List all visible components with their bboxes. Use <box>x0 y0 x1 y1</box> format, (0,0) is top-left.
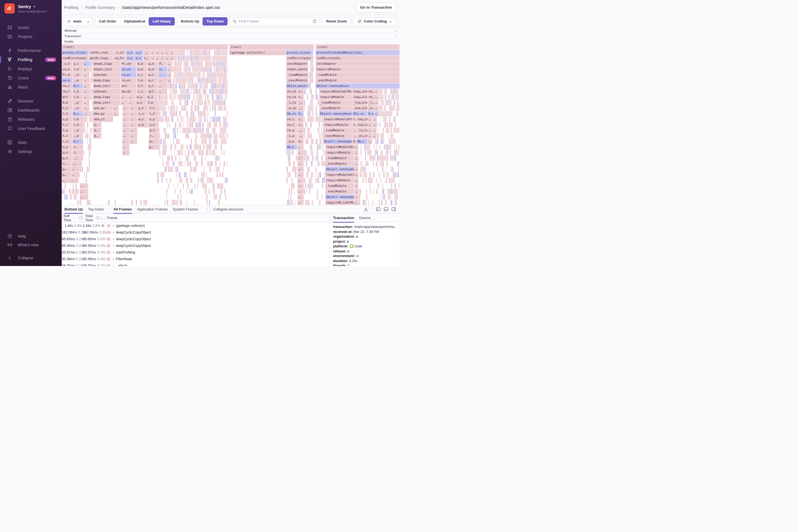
flame-frame-cell[interactable]: … <box>298 172 304 177</box>
flame-strips[interactable] <box>160 139 227 144</box>
flame-frame-cell[interactable]: j…r <box>73 61 83 66</box>
details-tab-device[interactable]: Device <box>359 213 371 223</box>
flame-strips[interactable] <box>83 122 93 128</box>
flame-frame-cell[interactable]: … <box>83 61 90 66</box>
flame-strips[interactable] <box>379 89 399 94</box>
frame-cell[interactable]: ›deepCyclicCopyObject <box>105 237 330 241</box>
flame-strips[interactable] <box>90 83 93 89</box>
flame-strips[interactable] <box>313 50 314 55</box>
flame-frame-cell[interactable]: r… <box>298 117 304 122</box>
flame-frame-cell[interactable]: re…ck <box>286 94 297 100</box>
flame-strips[interactable] <box>304 189 314 194</box>
flame-frame-cell[interactable]: … <box>130 139 137 144</box>
flame-strips[interactable] <box>83 155 93 161</box>
flame-strips[interactable] <box>309 72 314 77</box>
flame-strips[interactable] <box>379 106 399 111</box>
flame-frame-cell[interactable]: _e…e <box>368 106 374 111</box>
flame-strips[interactable] <box>90 72 93 77</box>
flame-strips[interactable] <box>62 189 79 194</box>
sidebar-item-help[interactable]: Help <box>0 232 62 241</box>
flame-frame-cell[interactable]: r… <box>352 122 356 128</box>
flame-strips[interactable] <box>174 50 227 55</box>
tab-system-frames[interactable]: System Frames <box>173 205 198 213</box>
flame-frame-cell[interactable]: u…y <box>136 94 146 100</box>
flame-frame-cell[interactable]: r… <box>62 161 71 166</box>
sidebar-item-profiling[interactable]: Profilingbeta <box>0 55 62 64</box>
flame-frame-cell[interactable]: jestAdapter <box>316 61 400 66</box>
flame-strips[interactable] <box>159 150 227 155</box>
flame-frame-cell[interactable]: … <box>122 139 129 144</box>
flame-frame-cell[interactable]: r…1 <box>148 111 159 116</box>
flame-frame-cell[interactable]: _loa…ule <box>352 100 367 105</box>
flame-frame-cell[interactable]: requireModule <box>325 178 354 183</box>
flame-frame-cell[interactable]: … <box>151 56 155 61</box>
flame-frame-cell[interactable]: Object.<anonymous> <box>323 139 352 144</box>
flame-frame-cell[interactable]: requireModule <box>316 66 400 72</box>
thread-select[interactable]: main ⌄ <box>64 17 93 25</box>
flame-strips[interactable] <box>286 194 297 200</box>
flame-frame-cell[interactable]: _e…le <box>286 106 297 111</box>
flame-frame-cell[interactable]: … <box>159 72 167 77</box>
flame-strips[interactable] <box>316 161 325 166</box>
flame-frame-cell[interactable]: _loadModule <box>325 155 354 161</box>
flame-frame-cell[interactable]: … <box>83 111 90 116</box>
flame-strips[interactable] <box>359 150 399 155</box>
collapse-recursion-checkbox[interactable]: Collapse recursion <box>207 207 243 211</box>
flame-frame-cell[interactable]: … <box>298 189 304 194</box>
flame-frame-cell[interactable]: r… <box>352 117 356 122</box>
flame-frame-cell[interactable]: re…e <box>286 128 297 133</box>
flame-frame-cell[interactable]: f…l <box>62 122 72 128</box>
flame-frame-cell[interactable]: Pr…ed <box>121 61 136 66</box>
flame-strips[interactable] <box>304 139 314 144</box>
frame-cell[interactable]: ›_attach <box>105 264 330 266</box>
flame-frame-cell[interactable]: p… <box>62 172 71 177</box>
flame-strips[interactable] <box>90 106 93 111</box>
sort-option-call-order[interactable]: Call Order <box>95 18 120 25</box>
flame-strips[interactable] <box>316 150 325 155</box>
flame-strips[interactable] <box>172 78 227 83</box>
flame-frame-cell[interactable]: re…r <box>62 83 72 89</box>
flame-strips[interactable] <box>168 89 227 94</box>
total-time-header[interactable]: Total Time ? ↓ <box>83 213 105 222</box>
flame-frame-cell[interactable]: re…l <box>286 117 297 122</box>
flame-strips[interactable] <box>172 66 227 72</box>
breadcrumb-item[interactable]: Profile Summary <box>85 5 115 10</box>
flame-frame-cell[interactable]: … <box>159 89 167 94</box>
expand-chevron-icon[interactable]: › <box>113 237 114 241</box>
flame-frame-cell[interactable]: runMicrotasks <box>62 56 89 61</box>
flame-strips[interactable] <box>304 94 314 100</box>
flame-strips[interactable] <box>309 66 314 72</box>
flame-strips[interactable] <box>90 89 93 94</box>
flame-strips[interactable] <box>157 100 227 105</box>
direction-option-top-down[interactable]: Top Down <box>203 17 227 25</box>
flame-strips[interactable] <box>286 200 297 205</box>
flame-strips[interactable] <box>304 178 314 183</box>
flame-frame-cell[interactable]: s…r <box>137 72 147 77</box>
band-profile[interactable]: Profile <box>62 39 400 44</box>
flame-frame-cell[interactable]: _e…e <box>286 139 297 144</box>
flame-frame-cell[interactable]: requireModule <box>323 122 352 128</box>
flame-frame-cell[interactable]: u… <box>93 122 101 128</box>
flame-frame-cell[interactable]: f…l <box>148 106 159 111</box>
flame-frame-cell[interactable]: … <box>298 200 304 205</box>
flame-frame-cell[interactable]: O… <box>352 139 356 144</box>
flame-frame-cell[interactable]: runMicrotasks <box>286 56 313 61</box>
flame-frame-cell[interactable]: … <box>374 94 378 100</box>
flame-frame-cell[interactable]: _… <box>298 106 304 111</box>
flame-frame-cell[interactable]: … <box>83 78 90 83</box>
flame-frame-cell[interactable]: f…e <box>137 78 147 83</box>
flame-frame-cell[interactable]: O…e <box>137 61 147 66</box>
flame-frame-cell[interactable]: … <box>122 145 129 150</box>
flame-strips[interactable] <box>359 161 399 166</box>
flame-strips[interactable] <box>174 56 227 61</box>
flame-frame-cell[interactable]: requireModule <box>319 94 352 100</box>
flame-strips[interactable] <box>90 100 93 105</box>
flame-frame-cell[interactable]: act <box>121 83 136 89</box>
flame-strips[interactable] <box>304 122 314 128</box>
flame-frame-cell[interactable]: _… <box>298 133 304 138</box>
flame-frame-cell[interactable]: … <box>71 172 80 177</box>
sort-option-alphabetical[interactable]: Alphabetical <box>120 18 149 25</box>
frame-cell[interactable]: ›(garbage collector) <box>105 224 330 228</box>
flame-frame-cell[interactable]: r…e <box>73 122 83 128</box>
flame-frame-cell[interactable]: … <box>168 61 171 66</box>
